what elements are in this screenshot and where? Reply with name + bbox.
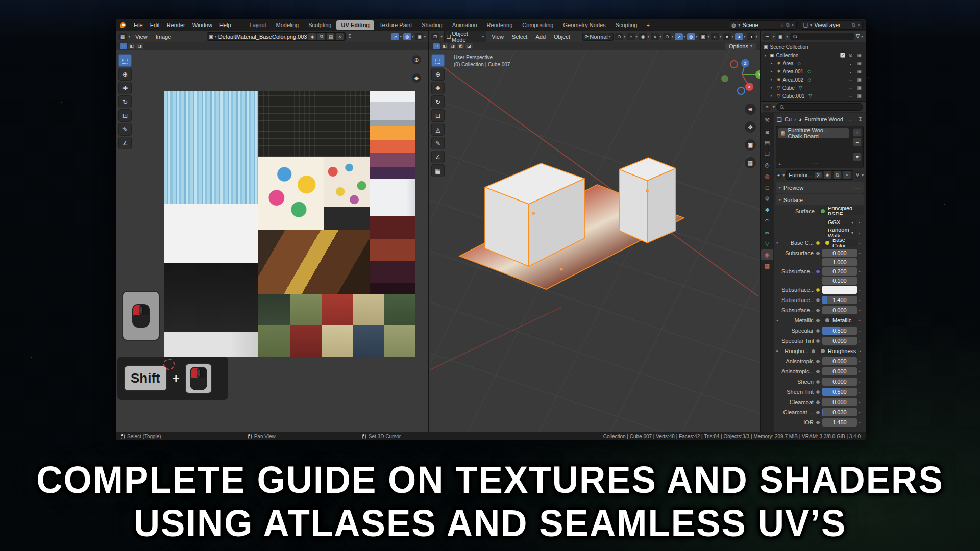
select-mode-extend[interactable]: ◧ <box>128 43 135 49</box>
select-mode-subtract[interactable]: ◨ <box>449 43 456 49</box>
scene-selector[interactable]: ◍▾ Scene ↧ ⧉ × <box>729 20 797 30</box>
close-icon[interactable]: × <box>843 171 851 179</box>
camera-icon[interactable]: ▣ <box>856 61 863 66</box>
value-field[interactable]: 0.000 <box>822 357 857 365</box>
outliner-item-cube[interactable]: ▸▽Cube▽⌄▣ <box>762 84 865 92</box>
breadcrumb-object[interactable]: Cu <box>785 116 792 122</box>
tool-move[interactable]: ✚ <box>431 82 445 94</box>
tab-physics[interactable]: ◠ <box>761 216 773 227</box>
collection-checkbox[interactable]: ✓ <box>840 53 845 58</box>
viewport-menu-select[interactable]: Select <box>508 33 531 41</box>
workspace-tab-animation[interactable]: Animation <box>448 20 482 30</box>
linked-node-field[interactable]: Roughness <box>818 347 857 355</box>
menu-help[interactable]: Help <box>216 21 235 29</box>
blender-logo-icon[interactable] <box>119 21 127 29</box>
camera-icon[interactable]: ▣ <box>856 69 863 74</box>
copy-icon[interactable]: ⧉ <box>852 22 855 28</box>
close-icon[interactable]: × <box>792 22 794 28</box>
tab-scene[interactable]: ◎ <box>761 160 773 170</box>
value-field[interactable]: 0.000 <box>822 398 857 406</box>
camera-icon[interactable]: ▣ <box>856 93 863 98</box>
animate-dot[interactable]: ▪ <box>859 421 863 424</box>
uv-canvas[interactable]: ⬚⊕✚↻⊡✎∠ ⊕ ✥ Shift + <box>116 50 428 432</box>
color-swatch[interactable] <box>822 286 857 294</box>
visibility-dropdown[interactable]: ⊙ <box>663 33 671 40</box>
display-mode-icon[interactable]: ▣ <box>776 33 785 40</box>
disclosure-triangle[interactable]: ▸ <box>779 162 781 166</box>
collection-row[interactable]: ▼ ▣ Collection ✓ ⊙ ▣ <box>762 51 865 59</box>
hide-viewport-icon[interactable]: ⌄ <box>847 93 854 98</box>
select-mode-new[interactable]: □ <box>120 43 127 49</box>
menu-edit[interactable]: Edit <box>146 21 163 29</box>
viewlayer-selector[interactable]: ❏▾ ViewLayer ⧉ × <box>801 20 863 30</box>
disclosure-triangle[interactable]: ▸ <box>771 86 775 90</box>
tab-tool[interactable]: ⚒ <box>761 115 773 126</box>
select-mode-invert[interactable]: ◩ <box>457 43 464 49</box>
editor-type-icon[interactable]: ☰ <box>763 33 771 40</box>
shading-material-preview[interactable]: ◕ <box>735 33 743 40</box>
pivot-point-dropdown[interactable]: ⊙ <box>615 33 623 40</box>
cube-tall[interactable] <box>619 158 676 243</box>
image-datablock[interactable]: ▣▾ DefaultMaterial_BaseColor.png.003 ◈ ⧉… <box>207 32 346 41</box>
tool-3d-cursor[interactable]: ⊕ <box>431 68 445 81</box>
falloff-dropdown[interactable]: ∧ <box>651 33 659 40</box>
shader-select-button[interactable]: Principled BSDF <box>818 207 864 215</box>
select-mode-subtract[interactable]: ◨ <box>136 43 143 49</box>
workspace-tab-shading[interactable]: Shading <box>417 20 447 30</box>
linked-node-field[interactable]: Metallic <box>822 316 857 324</box>
tool-annotate[interactable]: ✎ <box>118 123 132 136</box>
workspace-tab-compositing[interactable]: Compositing <box>518 20 558 30</box>
tab-material[interactable]: ◉ <box>761 249 773 260</box>
animate-dot[interactable]: ▪ <box>859 360 863 363</box>
tool-move[interactable]: ✚ <box>118 82 132 94</box>
shading-rendered[interactable]: ◑ <box>747 33 755 40</box>
animate-dot[interactable]: ▪ <box>860 349 863 353</box>
shading-solid[interactable]: ● <box>723 33 731 40</box>
disclosure-triangle[interactable]: ▸ <box>771 78 775 82</box>
workspace-tab-geometry-nodes[interactable]: Geometry Nodes <box>558 20 610 30</box>
pan-view-button[interactable]: ✥ <box>412 73 421 83</box>
tab-render[interactable]: ◙ <box>761 126 773 137</box>
select-mode-extend[interactable]: ◧ <box>441 43 448 49</box>
camera-icon[interactable]: ▣ <box>856 53 863 58</box>
fake-user-icon[interactable]: ◈ <box>308 33 316 40</box>
animate-dot[interactable]: ▪ <box>859 370 863 373</box>
workspace-tab-rendering[interactable]: Rendering <box>482 20 518 30</box>
disclosure-triangle[interactable]: ▸ <box>771 69 775 73</box>
tool-rotate[interactable]: ↻ <box>431 95 445 108</box>
pin-icon[interactable]: ↧ <box>858 116 863 123</box>
hide-viewport-icon[interactable]: ⌄ <box>847 77 854 82</box>
breadcrumb-material[interactable]: Furniture Wood - ... <box>804 116 853 122</box>
outliner-item-area[interactable]: ▸✸Area◇⌄▣ <box>762 59 865 67</box>
workspace-tab-layout[interactable]: Layout <box>245 20 271 30</box>
animate-dot[interactable]: ▪ <box>859 298 863 302</box>
value-field[interactable]: 0.000 <box>822 378 857 386</box>
close-icon[interactable]: × <box>336 33 344 40</box>
animate-dot[interactable]: ▪ <box>859 319 863 322</box>
tab-world[interactable]: ◍ <box>761 171 773 182</box>
tab-object-data[interactable]: ▽ <box>761 238 773 249</box>
camera-icon[interactable]: ▣ <box>856 85 863 90</box>
viewport-menu-add[interactable]: Add <box>532 33 549 41</box>
add-workspace-button[interactable]: + <box>643 21 653 29</box>
menu-render[interactable]: Render <box>163 21 189 29</box>
ortho-toggle-button[interactable]: ▦ <box>745 157 756 168</box>
scene-collection-row[interactable]: ▣ Scene Collection <box>762 43 865 51</box>
tool-select-box[interactable]: ⬚ <box>118 54 132 67</box>
texture-atlas-image[interactable] <box>164 91 415 357</box>
uv-menu-view[interactable]: View <box>132 33 151 41</box>
slider-field[interactable]: 0.500 <box>822 388 857 396</box>
animate-dot[interactable]: ▪ <box>859 329 863 333</box>
preview-panel-header[interactable]: ▸ Preview :::: <box>776 182 864 193</box>
tool-select-box[interactable]: ⬚ <box>431 54 445 67</box>
slider-field[interactable]: 0.500 <box>822 327 857 335</box>
workspace-tab-modeling[interactable]: Modeling <box>272 20 304 30</box>
animate-dot[interactable]: ▪ <box>859 390 863 394</box>
animate-dot[interactable]: ▪ <box>859 339 863 343</box>
outliner-search-input[interactable] <box>790 33 854 40</box>
animate-dot[interactable]: ▪ <box>859 309 863 312</box>
gizmo-toggle[interactable]: ↗ <box>675 33 683 40</box>
tool-measure[interactable]: ∠ <box>431 151 445 163</box>
tool-scale[interactable]: ⊡ <box>118 109 132 122</box>
open-folder-icon[interactable]: ▤ <box>327 33 334 40</box>
